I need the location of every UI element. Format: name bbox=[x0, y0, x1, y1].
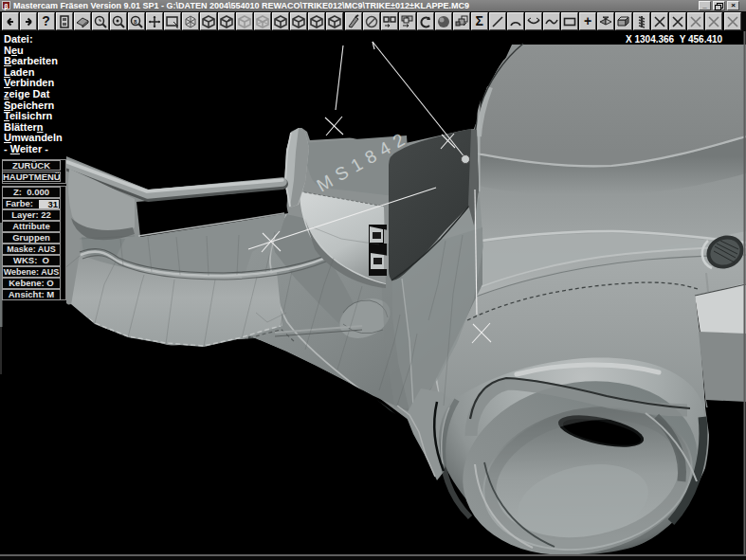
svg-text:8: 8 bbox=[134, 19, 137, 25]
